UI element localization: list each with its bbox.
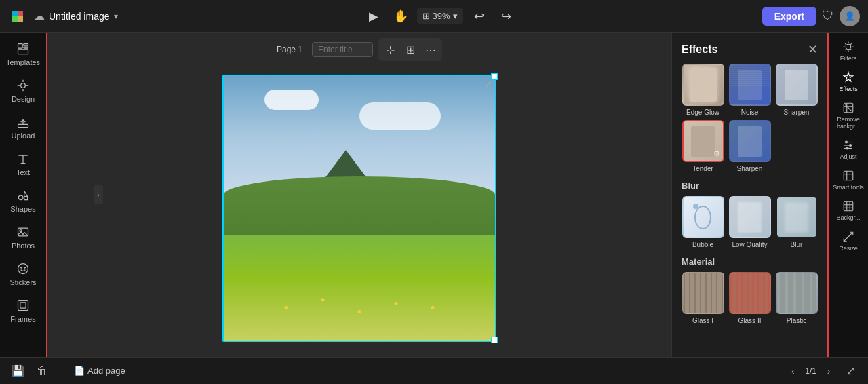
svg-rect-24 (844, 201, 853, 211)
title-chevron-icon[interactable]: ▾ (114, 12, 118, 21)
topbar-right-controls: Export 🛡 👤 (762, 6, 860, 26)
main-area: Templates Design Upload Text (0, 33, 868, 357)
effect-tender[interactable]: ⚙ Tender (682, 120, 724, 172)
file-info: ☁ Untitled image ▾ (34, 9, 118, 22)
plastic-thumb (776, 272, 818, 314)
left-sidebar: Templates Design Upload Text (0, 33, 47, 357)
export-button[interactable]: Export (762, 7, 816, 26)
redo-btn[interactable]: ↪ (496, 5, 517, 27)
more-options-btn[interactable]: ⋯ (421, 40, 440, 59)
canvas-toolbar: Page 1 – ⊹ ⊞ ⋯ (277, 38, 442, 61)
effect-blur[interactable]: Blur (775, 196, 818, 248)
app-logo[interactable] (8, 7, 27, 26)
noise-label: Noise (741, 109, 759, 116)
design-label: Design (12, 95, 35, 103)
effects-label: Effects (839, 85, 857, 92)
sidebar-item-templates[interactable]: Templates (2, 37, 44, 72)
upload-label: Upload (12, 132, 35, 140)
glass2-thumb (729, 272, 771, 314)
svg-point-21 (850, 145, 852, 147)
smart-tools-label: Smart tools (833, 184, 864, 191)
far-right-toolbar: Filters Effects Remove backgr... (827, 33, 868, 357)
undo-btn[interactable]: ↩ (469, 5, 490, 27)
sidebar-collapse-arrow[interactable]: › (94, 185, 103, 204)
svg-point-11 (21, 267, 22, 269)
bottom-bar: 💾 🗑 📄 Add page ‹ 1/1 › ⤢ (0, 357, 868, 384)
glass1-thumb (682, 272, 724, 314)
text-label: Text (16, 168, 30, 176)
sidebar-item-stickers[interactable]: Stickers (2, 256, 44, 292)
sidebar-item-text[interactable]: Text (2, 147, 44, 182)
photos-label: Photos (12, 242, 35, 250)
edge-glow-label: Edge Glow (686, 109, 719, 116)
effect-sharpen2[interactable]: Sharpen (728, 120, 771, 172)
effect-glass1[interactable]: Glass I (682, 272, 724, 324)
tender-settings-icon: ⚙ (713, 149, 720, 158)
svg-line-17 (846, 105, 852, 111)
frames-label: Frames (10, 315, 35, 323)
effect-plastic[interactable]: Plastic (775, 272, 818, 324)
shapes-label: Shapes (10, 205, 35, 213)
play-btn[interactable]: ▶ (363, 5, 384, 27)
canvas-tool-group: ⊹ ⊞ ⋯ (378, 38, 442, 61)
delete-btn[interactable]: 🗑 (33, 362, 52, 381)
sidebar-item-frames[interactable]: Frames (2, 293, 44, 328)
save-btn[interactable]: 💾 (8, 362, 27, 381)
far-right-smart-tools[interactable]: Smart tools (830, 166, 867, 195)
far-right-adjust[interactable]: Adjust (830, 135, 867, 164)
bubble-label: Bubble (692, 241, 713, 248)
grid-tool-btn[interactable]: ⊞ (401, 40, 420, 59)
sidebar-item-upload[interactable]: Upload (2, 110, 44, 145)
far-right-remove-bg[interactable]: Remove backgr... (830, 98, 867, 134)
canvas-wrapper: ⤢ (47, 33, 671, 357)
zoom-value: 39% (433, 11, 450, 21)
panel-close-button[interactable]: ✕ (808, 42, 818, 57)
noise-thumb (729, 64, 771, 106)
effect-low-quality[interactable]: Low Quality (728, 196, 771, 248)
effect-glass2[interactable]: Glass II (728, 272, 771, 324)
blur-label: Blur (791, 241, 803, 248)
next-page-btn[interactable]: › (821, 363, 837, 379)
document-title: Untitled image (49, 11, 110, 22)
effects-material-section: Material Glass I Gla (672, 256, 827, 332)
effects-glow-grid: Edge Glow Noise (682, 64, 818, 172)
bottom-separator (60, 364, 60, 378)
user-avatar[interactable]: 👤 (840, 6, 860, 26)
far-right-effects[interactable]: Effects (830, 67, 867, 96)
effect-bubble[interactable]: Bubble (682, 196, 724, 248)
background-label: Backgr... (836, 214, 860, 221)
crop-tool-btn[interactable]: ⊹ (380, 40, 399, 59)
page-label-text: Page 1 – (277, 45, 309, 54)
expand-canvas-btn[interactable]: ⤢ (841, 362, 860, 381)
effects-panel: Effects ✕ Edge Glow (671, 33, 827, 357)
far-right-background[interactable]: Backgr... (830, 196, 867, 225)
far-right-resize[interactable]: Resize (830, 227, 867, 256)
prev-page-btn[interactable]: ‹ (785, 363, 801, 379)
svg-point-4 (21, 83, 26, 88)
sidebar-item-design[interactable]: Design (2, 73, 44, 109)
shield-icon[interactable]: 🛡 (822, 9, 834, 23)
glass2-label: Glass II (738, 317, 762, 324)
effect-noise[interactable]: Noise (728, 64, 771, 116)
svg-point-15 (846, 44, 851, 50)
page-title-input[interactable] (312, 42, 373, 57)
resize-handle-br[interactable] (491, 337, 498, 343)
svg-rect-0 (18, 44, 23, 49)
glass1-label: Glass I (692, 317, 713, 324)
svg-rect-7 (24, 197, 28, 200)
add-page-button[interactable]: 📄 Add page (68, 363, 131, 379)
filters-label: Filters (840, 55, 857, 62)
svg-rect-2 (24, 47, 28, 49)
canvas-image-container[interactable]: ⤢ (222, 75, 496, 342)
sidebar-item-photos[interactable]: Photos (2, 220, 44, 255)
add-page-label: Add page (87, 366, 125, 376)
cloud-icon: ☁ (34, 9, 45, 22)
sidebar-item-shapes[interactable]: Shapes (2, 183, 44, 218)
far-right-filters[interactable]: Filters (830, 37, 867, 66)
sharpen-thumb (776, 64, 818, 106)
zoom-control[interactable]: ⊞ 39% ▾ (417, 8, 463, 24)
svg-point-23 (846, 147, 848, 149)
hand-btn[interactable]: ✋ (390, 5, 412, 27)
effect-edge-glow[interactable]: Edge Glow (682, 64, 724, 116)
effect-sharpen[interactable]: Sharpen (775, 64, 818, 116)
